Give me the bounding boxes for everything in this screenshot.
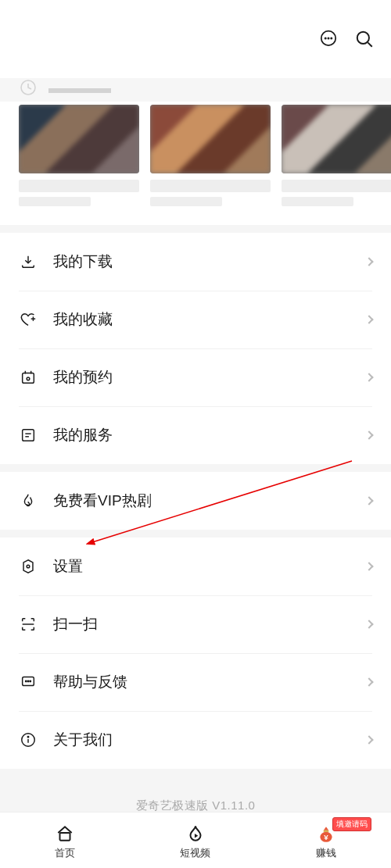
heart-plus-icon bbox=[19, 310, 38, 329]
svg-rect-27 bbox=[60, 833, 70, 841]
menu-group-system: 设置 扫一扫 帮助与反馈 关于我们 bbox=[0, 538, 391, 769]
header-bar bbox=[0, 0, 391, 78]
chevron-right-icon bbox=[364, 562, 373, 570]
history-item[interactable] bbox=[19, 105, 139, 206]
menu-label: 关于我们 bbox=[53, 730, 366, 750]
menu-label: 免费看VIP热剧 bbox=[53, 491, 366, 511]
svg-point-22 bbox=[30, 680, 30, 681]
svg-marker-16 bbox=[23, 560, 33, 573]
messages-icon[interactable] bbox=[317, 28, 339, 50]
menu-free-vip[interactable]: 免费看VIP热剧 bbox=[0, 472, 391, 530]
menu-group-mine: 我的下载 我的收藏 我的预约 我的服务 bbox=[0, 233, 391, 464]
menu-reservations[interactable]: 我的预约 bbox=[0, 348, 391, 406]
menu-scan[interactable]: 扫一扫 bbox=[0, 595, 391, 653]
nav-earn[interactable]: ¥ 填邀请码 赚钱 bbox=[295, 823, 357, 860]
nav-label: 首页 bbox=[55, 846, 75, 860]
menu-favorites[interactable]: 我的收藏 bbox=[0, 291, 391, 348]
chevron-right-icon bbox=[364, 315, 373, 323]
chat-icon bbox=[19, 673, 38, 691]
scan-icon bbox=[19, 615, 38, 634]
nav-label: 赚钱 bbox=[316, 846, 336, 860]
history-item[interactable] bbox=[150, 105, 271, 206]
flame-icon bbox=[19, 491, 38, 510]
info-icon bbox=[19, 730, 38, 749]
menu-label: 我的收藏 bbox=[53, 309, 366, 330]
svg-rect-30 bbox=[323, 830, 328, 832]
svg-point-1 bbox=[325, 38, 326, 38]
nav-home[interactable]: 首页 bbox=[34, 823, 96, 860]
svg-rect-9 bbox=[23, 373, 34, 384]
menu-settings[interactable]: 设置 bbox=[0, 538, 391, 595]
svg-point-25 bbox=[27, 737, 28, 738]
chevron-right-icon bbox=[364, 735, 373, 744]
svg-point-4 bbox=[357, 32, 369, 44]
chevron-right-icon bbox=[364, 496, 373, 505]
menu-label: 设置 bbox=[53, 556, 366, 577]
search-icon[interactable] bbox=[353, 28, 375, 50]
menu-label: 扫一扫 bbox=[53, 614, 366, 634]
droplet-play-icon bbox=[185, 823, 206, 844]
chevron-right-icon bbox=[364, 677, 373, 686]
nav-label: 短视频 bbox=[180, 846, 210, 860]
svg-point-20 bbox=[26, 680, 27, 681]
chevron-right-icon bbox=[364, 373, 373, 381]
menu-label: 帮助与反馈 bbox=[53, 672, 366, 692]
gear-icon bbox=[19, 557, 38, 576]
menu-services[interactable]: 我的服务 bbox=[0, 406, 391, 464]
chevron-right-icon bbox=[364, 257, 373, 266]
earn-badge: 填邀请码 bbox=[332, 817, 371, 831]
clock-icon bbox=[19, 78, 38, 97]
menu-label: 我的预约 bbox=[53, 367, 366, 388]
menu-about[interactable]: 关于我们 bbox=[0, 711, 391, 769]
download-icon bbox=[19, 252, 38, 271]
menu-group-vip: 免费看VIP热剧 bbox=[0, 472, 391, 530]
svg-point-2 bbox=[328, 38, 328, 38]
svg-text:¥: ¥ bbox=[324, 833, 328, 841]
menu-downloads[interactable]: 我的下载 bbox=[0, 233, 391, 291]
history-thumbnails bbox=[0, 102, 391, 225]
history-item[interactable] bbox=[282, 105, 391, 206]
svg-point-12 bbox=[27, 377, 30, 380]
bottom-nav: 首页 短视频 ¥ 填邀请码 赚钱 bbox=[0, 812, 391, 868]
menu-label: 我的下载 bbox=[53, 252, 366, 272]
svg-point-17 bbox=[27, 565, 30, 568]
nav-short-video[interactable]: 短视频 bbox=[164, 823, 227, 860]
menu-label: 我的服务 bbox=[53, 425, 366, 445]
svg-rect-13 bbox=[23, 430, 34, 441]
menu-help-feedback[interactable]: 帮助与反馈 bbox=[0, 653, 391, 711]
svg-marker-28 bbox=[195, 834, 198, 838]
chevron-right-icon bbox=[364, 430, 373, 439]
svg-point-3 bbox=[331, 38, 332, 38]
calendar-icon bbox=[19, 368, 38, 387]
svg-point-21 bbox=[27, 680, 28, 681]
home-icon bbox=[55, 823, 75, 844]
watch-history-header: ▬▬▬▬ bbox=[0, 78, 391, 102]
svg-line-5 bbox=[368, 42, 371, 46]
chevron-right-icon bbox=[364, 620, 373, 628]
list-box-icon bbox=[19, 426, 38, 445]
